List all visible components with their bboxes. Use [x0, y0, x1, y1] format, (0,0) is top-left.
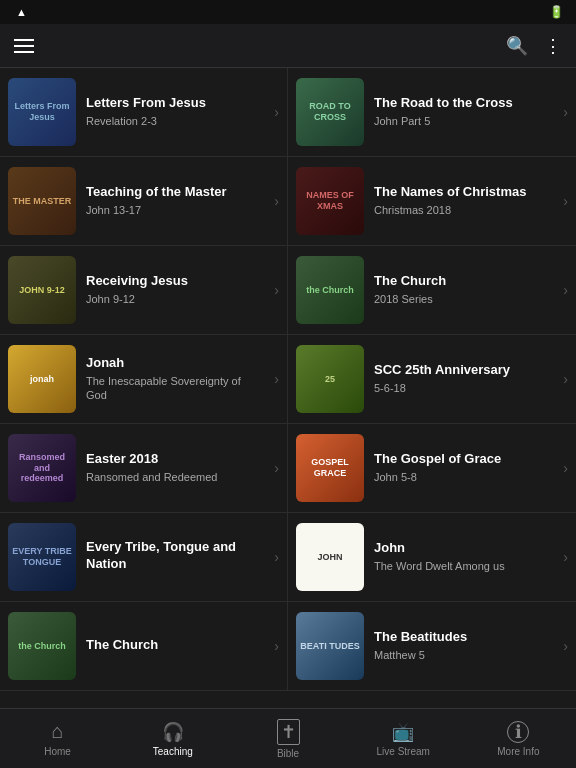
series-subtitle: The Word Dwelt Among us [374, 559, 553, 573]
chevron-icon: › [274, 282, 279, 298]
series-text: The Church [86, 637, 264, 656]
list-item[interactable]: JOHN John The Word Dwelt Among us › [288, 513, 576, 602]
series-thumbnail: THE MASTER [8, 167, 76, 235]
chevron-icon: › [563, 371, 568, 387]
series-text: Receiving Jesus John 9-12 [86, 273, 264, 306]
series-thumbnail: jonah [8, 345, 76, 413]
series-thumbnail: JOHN [296, 523, 364, 591]
status-bar: ▲ 🔋 [0, 0, 576, 24]
list-item[interactable]: Ransomed and redeemed Easter 2018 Ransom… [0, 424, 288, 513]
series-subtitle: John 5-8 [374, 470, 553, 484]
battery-icon: 🔋 [549, 5, 564, 19]
list-item[interactable]: THE MASTER Teaching of the Master John 1… [0, 157, 288, 246]
series-thumbnail: JOHN 9-12 [8, 256, 76, 324]
list-item[interactable]: GOSPEL GRACE The Gospel of Grace John 5-… [288, 424, 576, 513]
chevron-icon: › [563, 104, 568, 120]
chevron-icon: › [274, 104, 279, 120]
series-text: Easter 2018 Ransomed and Redeemed [86, 451, 264, 484]
series-title: Receiving Jesus [86, 273, 264, 290]
status-right: 🔋 [549, 5, 564, 19]
series-text: John The Word Dwelt Among us [374, 540, 553, 573]
list-item[interactable]: BEATI TUDES The Beatitudes Matthew 5 › [288, 602, 576, 691]
list-item[interactable]: the Church The Church 2018 Series › [288, 246, 576, 335]
series-subtitle: 5-6-18 [374, 381, 553, 395]
series-thumbnail: ROAD TO CROSS [296, 78, 364, 146]
chevron-icon: › [563, 282, 568, 298]
list-item[interactable]: EVERY TRIBE TONGUE Every Tribe, Tongue a… [0, 513, 288, 602]
series-thumbnail: Ransomed and redeemed [8, 434, 76, 502]
nav-bar: 🔍 ⋮ [0, 24, 576, 68]
chevron-icon: › [563, 638, 568, 654]
series-text: The Names of Christmas Christmas 2018 [374, 184, 553, 217]
chevron-icon: › [563, 460, 568, 476]
series-subtitle: John Part 5 [374, 114, 553, 128]
more-icon[interactable]: ⋮ [544, 35, 562, 57]
chevron-icon: › [274, 549, 279, 565]
tab-label: Bible [277, 748, 299, 759]
chevron-icon: › [274, 193, 279, 209]
wifi-icon: ▲ [16, 6, 27, 18]
series-subtitle: Christmas 2018 [374, 203, 553, 217]
tab-live-stream[interactable]: 📺 Live Stream [346, 709, 461, 768]
tab-teaching[interactable]: 🎧 Teaching [115, 709, 230, 768]
series-text: SCC 25th Anniversary 5-6-18 [374, 362, 553, 395]
status-left: ▲ [12, 6, 27, 18]
livestream-icon: 📺 [392, 721, 414, 743]
list-item[interactable]: Letters From Jesus Letters From Jesus Re… [0, 68, 288, 157]
home-icon: ⌂ [52, 720, 64, 743]
series-thumbnail: NAMES OF XMAS [296, 167, 364, 235]
chevron-icon: › [563, 193, 568, 209]
series-title: The Church [374, 273, 553, 290]
chevron-icon: › [274, 638, 279, 654]
series-thumbnail: GOSPEL GRACE [296, 434, 364, 502]
series-thumbnail: the Church [8, 612, 76, 680]
bible-icon: ✝ [277, 719, 300, 745]
tab-bar: ⌂ Home 🎧 Teaching ✝ Bible 📺 Live Stream … [0, 708, 576, 768]
list-item[interactable]: NAMES OF XMAS The Names of Christmas Chr… [288, 157, 576, 246]
series-text: The Beatitudes Matthew 5 [374, 629, 553, 662]
series-subtitle: Ransomed and Redeemed [86, 470, 264, 484]
series-thumbnail: the Church [296, 256, 364, 324]
series-title: Every Tribe, Tongue and Nation [86, 539, 264, 573]
list-item[interactable]: 25 SCC 25th Anniversary 5-6-18 › [288, 335, 576, 424]
series-title: The Church [86, 637, 264, 654]
series-thumbnail: BEATI TUDES [296, 612, 364, 680]
series-text: The Road to the Cross John Part 5 [374, 95, 553, 128]
list-item[interactable]: JOHN 9-12 Receiving Jesus John 9-12 › [0, 246, 288, 335]
series-subtitle: John 13-17 [86, 203, 264, 217]
chevron-icon: › [563, 549, 568, 565]
series-subtitle: John 9-12 [86, 292, 264, 306]
search-icon[interactable]: 🔍 [506, 35, 528, 57]
series-title: Jonah [86, 355, 264, 372]
series-subtitle: Revelation 2-3 [86, 114, 264, 128]
nav-left [14, 39, 34, 53]
series-text: Letters From Jesus Revelation 2-3 [86, 95, 264, 128]
series-text: Jonah The Inescapable Sovereignty of God [86, 355, 264, 402]
series-title: John [374, 540, 553, 557]
series-title: The Gospel of Grace [374, 451, 553, 468]
tab-label: Teaching [153, 746, 193, 757]
series-thumbnail: Letters From Jesus [8, 78, 76, 146]
list-item[interactable]: ROAD TO CROSS The Road to the Cross John… [288, 68, 576, 157]
series-subtitle: 2018 Series [374, 292, 553, 306]
series-title: The Road to the Cross [374, 95, 553, 112]
list-item[interactable]: the Church The Church › [0, 602, 288, 691]
series-title: SCC 25th Anniversary [374, 362, 553, 379]
series-title: The Beatitudes [374, 629, 553, 646]
chevron-icon: › [274, 371, 279, 387]
content-area: Letters From Jesus Letters From Jesus Re… [0, 68, 576, 708]
menu-button[interactable] [14, 39, 34, 53]
series-text: The Church 2018 Series [374, 273, 553, 306]
list-item[interactable]: jonah Jonah The Inescapable Sovereignty … [0, 335, 288, 424]
nav-right: 🔍 ⋮ [506, 35, 562, 57]
series-text: Teaching of the Master John 13-17 [86, 184, 264, 217]
series-grid: Letters From Jesus Letters From Jesus Re… [0, 68, 576, 691]
tab-home[interactable]: ⌂ Home [0, 709, 115, 768]
tab-label: More Info [497, 746, 539, 757]
headphones-icon: 🎧 [162, 721, 184, 743]
info-icon: ℹ [507, 721, 529, 743]
tab-more-info[interactable]: ℹ More Info [461, 709, 576, 768]
series-text: The Gospel of Grace John 5-8 [374, 451, 553, 484]
tab-bible[interactable]: ✝ Bible [230, 709, 345, 768]
series-text: Every Tribe, Tongue and Nation [86, 539, 264, 575]
